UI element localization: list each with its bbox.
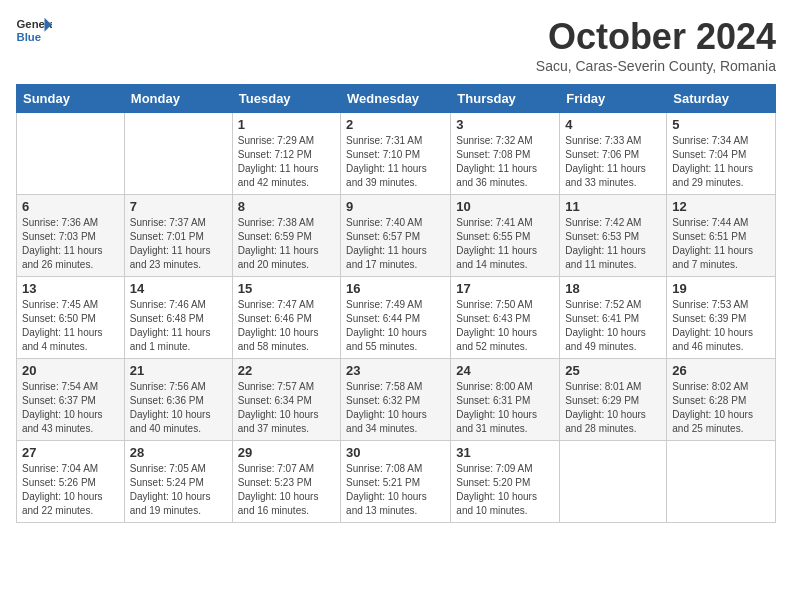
day-cell: 27Sunrise: 7:04 AMSunset: 5:26 PMDayligh… [17, 441, 125, 523]
day-number: 22 [238, 363, 335, 378]
day-cell: 11Sunrise: 7:42 AMSunset: 6:53 PMDayligh… [560, 195, 667, 277]
day-number: 2 [346, 117, 445, 132]
day-cell: 6Sunrise: 7:36 AMSunset: 7:03 PMDaylight… [17, 195, 125, 277]
week-row-5: 27Sunrise: 7:04 AMSunset: 5:26 PMDayligh… [17, 441, 776, 523]
day-info: Sunrise: 8:02 AMSunset: 6:28 PMDaylight:… [672, 380, 770, 436]
day-info: Sunrise: 7:53 AMSunset: 6:39 PMDaylight:… [672, 298, 770, 354]
day-cell: 24Sunrise: 8:00 AMSunset: 6:31 PMDayligh… [451, 359, 560, 441]
title-block: October 2024 Sacu, Caras-Severin County,… [536, 16, 776, 74]
day-info: Sunrise: 7:07 AMSunset: 5:23 PMDaylight:… [238, 462, 335, 518]
day-number: 14 [130, 281, 227, 296]
day-cell: 30Sunrise: 7:08 AMSunset: 5:21 PMDayligh… [341, 441, 451, 523]
day-info: Sunrise: 7:52 AMSunset: 6:41 PMDaylight:… [565, 298, 661, 354]
day-number: 24 [456, 363, 554, 378]
day-number: 21 [130, 363, 227, 378]
day-info: Sunrise: 7:29 AMSunset: 7:12 PMDaylight:… [238, 134, 335, 190]
day-info: Sunrise: 7:58 AMSunset: 6:32 PMDaylight:… [346, 380, 445, 436]
day-number: 9 [346, 199, 445, 214]
day-cell: 13Sunrise: 7:45 AMSunset: 6:50 PMDayligh… [17, 277, 125, 359]
day-number: 16 [346, 281, 445, 296]
day-info: Sunrise: 7:33 AMSunset: 7:06 PMDaylight:… [565, 134, 661, 190]
day-cell [17, 113, 125, 195]
day-number: 7 [130, 199, 227, 214]
day-info: Sunrise: 7:36 AMSunset: 7:03 PMDaylight:… [22, 216, 119, 272]
day-cell: 1Sunrise: 7:29 AMSunset: 7:12 PMDaylight… [232, 113, 340, 195]
day-cell: 14Sunrise: 7:46 AMSunset: 6:48 PMDayligh… [124, 277, 232, 359]
day-cell: 25Sunrise: 8:01 AMSunset: 6:29 PMDayligh… [560, 359, 667, 441]
day-number: 1 [238, 117, 335, 132]
day-number: 10 [456, 199, 554, 214]
weekday-saturday: Saturday [667, 85, 776, 113]
day-info: Sunrise: 7:56 AMSunset: 6:36 PMDaylight:… [130, 380, 227, 436]
day-cell: 2Sunrise: 7:31 AMSunset: 7:10 PMDaylight… [341, 113, 451, 195]
day-info: Sunrise: 7:45 AMSunset: 6:50 PMDaylight:… [22, 298, 119, 354]
day-number: 28 [130, 445, 227, 460]
day-cell: 23Sunrise: 7:58 AMSunset: 6:32 PMDayligh… [341, 359, 451, 441]
day-number: 26 [672, 363, 770, 378]
day-number: 17 [456, 281, 554, 296]
day-info: Sunrise: 7:04 AMSunset: 5:26 PMDaylight:… [22, 462, 119, 518]
day-cell [560, 441, 667, 523]
day-info: Sunrise: 7:38 AMSunset: 6:59 PMDaylight:… [238, 216, 335, 272]
day-number: 23 [346, 363, 445, 378]
day-info: Sunrise: 7:34 AMSunset: 7:04 PMDaylight:… [672, 134, 770, 190]
week-row-3: 13Sunrise: 7:45 AMSunset: 6:50 PMDayligh… [17, 277, 776, 359]
logo: General Blue [16, 16, 54, 44]
day-number: 8 [238, 199, 335, 214]
week-row-1: 1Sunrise: 7:29 AMSunset: 7:12 PMDaylight… [17, 113, 776, 195]
day-info: Sunrise: 7:50 AMSunset: 6:43 PMDaylight:… [456, 298, 554, 354]
calendar-table: SundayMondayTuesdayWednesdayThursdayFrid… [16, 84, 776, 523]
day-info: Sunrise: 7:42 AMSunset: 6:53 PMDaylight:… [565, 216, 661, 272]
weekday-friday: Friday [560, 85, 667, 113]
day-info: Sunrise: 7:32 AMSunset: 7:08 PMDaylight:… [456, 134, 554, 190]
day-info: Sunrise: 7:46 AMSunset: 6:48 PMDaylight:… [130, 298, 227, 354]
day-info: Sunrise: 7:31 AMSunset: 7:10 PMDaylight:… [346, 134, 445, 190]
day-number: 4 [565, 117, 661, 132]
day-cell: 3Sunrise: 7:32 AMSunset: 7:08 PMDaylight… [451, 113, 560, 195]
day-info: Sunrise: 7:37 AMSunset: 7:01 PMDaylight:… [130, 216, 227, 272]
day-info: Sunrise: 7:08 AMSunset: 5:21 PMDaylight:… [346, 462, 445, 518]
day-number: 15 [238, 281, 335, 296]
day-number: 6 [22, 199, 119, 214]
day-cell: 20Sunrise: 7:54 AMSunset: 6:37 PMDayligh… [17, 359, 125, 441]
day-number: 31 [456, 445, 554, 460]
day-cell [124, 113, 232, 195]
day-info: Sunrise: 7:44 AMSunset: 6:51 PMDaylight:… [672, 216, 770, 272]
day-info: Sunrise: 7:57 AMSunset: 6:34 PMDaylight:… [238, 380, 335, 436]
day-cell: 10Sunrise: 7:41 AMSunset: 6:55 PMDayligh… [451, 195, 560, 277]
day-cell: 28Sunrise: 7:05 AMSunset: 5:24 PMDayligh… [124, 441, 232, 523]
day-cell: 31Sunrise: 7:09 AMSunset: 5:20 PMDayligh… [451, 441, 560, 523]
day-cell: 9Sunrise: 7:40 AMSunset: 6:57 PMDaylight… [341, 195, 451, 277]
day-number: 5 [672, 117, 770, 132]
day-info: Sunrise: 7:09 AMSunset: 5:20 PMDaylight:… [456, 462, 554, 518]
day-cell [667, 441, 776, 523]
day-number: 19 [672, 281, 770, 296]
day-cell: 15Sunrise: 7:47 AMSunset: 6:46 PMDayligh… [232, 277, 340, 359]
day-info: Sunrise: 7:54 AMSunset: 6:37 PMDaylight:… [22, 380, 119, 436]
day-number: 30 [346, 445, 445, 460]
day-info: Sunrise: 7:47 AMSunset: 6:46 PMDaylight:… [238, 298, 335, 354]
logo-icon: General Blue [16, 16, 52, 44]
day-info: Sunrise: 8:01 AMSunset: 6:29 PMDaylight:… [565, 380, 661, 436]
day-cell: 17Sunrise: 7:50 AMSunset: 6:43 PMDayligh… [451, 277, 560, 359]
day-number: 12 [672, 199, 770, 214]
day-cell: 29Sunrise: 7:07 AMSunset: 5:23 PMDayligh… [232, 441, 340, 523]
day-cell: 5Sunrise: 7:34 AMSunset: 7:04 PMDaylight… [667, 113, 776, 195]
week-row-2: 6Sunrise: 7:36 AMSunset: 7:03 PMDaylight… [17, 195, 776, 277]
month-title: October 2024 [536, 16, 776, 58]
day-number: 18 [565, 281, 661, 296]
day-number: 27 [22, 445, 119, 460]
day-cell: 8Sunrise: 7:38 AMSunset: 6:59 PMDaylight… [232, 195, 340, 277]
day-info: Sunrise: 8:00 AMSunset: 6:31 PMDaylight:… [456, 380, 554, 436]
weekday-tuesday: Tuesday [232, 85, 340, 113]
day-cell: 21Sunrise: 7:56 AMSunset: 6:36 PMDayligh… [124, 359, 232, 441]
day-number: 29 [238, 445, 335, 460]
day-info: Sunrise: 7:41 AMSunset: 6:55 PMDaylight:… [456, 216, 554, 272]
svg-text:Blue: Blue [17, 31, 42, 43]
day-number: 13 [22, 281, 119, 296]
day-number: 11 [565, 199, 661, 214]
weekday-header-row: SundayMondayTuesdayWednesdayThursdayFrid… [17, 85, 776, 113]
weekday-thursday: Thursday [451, 85, 560, 113]
day-cell: 7Sunrise: 7:37 AMSunset: 7:01 PMDaylight… [124, 195, 232, 277]
day-number: 25 [565, 363, 661, 378]
